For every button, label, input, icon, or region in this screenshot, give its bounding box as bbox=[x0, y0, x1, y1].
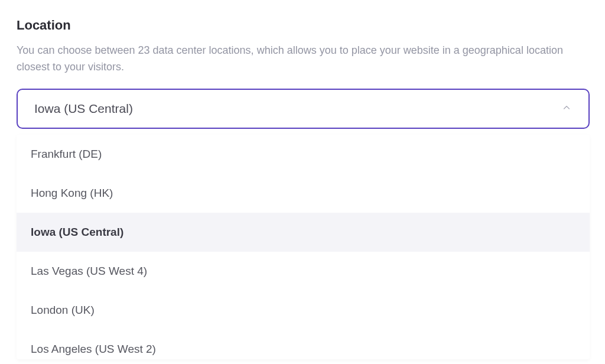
location-select-trigger[interactable]: Iowa (US Central) bbox=[17, 89, 590, 129]
location-option[interactable]: Las Vegas (US West 4) bbox=[17, 252, 590, 291]
chevron-up-icon bbox=[561, 102, 572, 115]
location-option[interactable]: Los Angeles (US West 2) bbox=[17, 330, 590, 359]
location-option[interactable]: Iowa (US Central) bbox=[17, 213, 590, 252]
location-option[interactable]: Frankfurt (DE) bbox=[17, 135, 590, 174]
location-option[interactable]: London (UK) bbox=[17, 291, 590, 330]
location-description: You can choose between 23 data center lo… bbox=[17, 43, 584, 76]
location-dropdown-panel: Frankfurt (DE) Hong Kong (HK) Iowa (US C… bbox=[17, 135, 590, 359]
location-option[interactable]: Hong Kong (HK) bbox=[17, 174, 590, 213]
location-select-value: Iowa (US Central) bbox=[34, 102, 133, 116]
location-title: Location bbox=[17, 18, 588, 33]
